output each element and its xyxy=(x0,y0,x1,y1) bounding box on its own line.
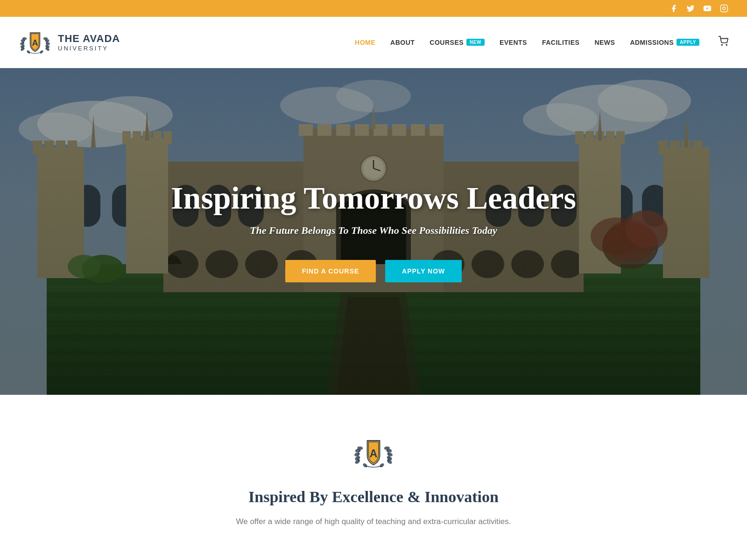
svg-point-4 xyxy=(20,42,25,45)
svg-point-115 xyxy=(363,463,367,468)
nav-courses[interactable]: COURSES NEW xyxy=(430,39,485,46)
svg-text:A: A xyxy=(32,38,38,48)
svg-point-14 xyxy=(40,50,43,54)
instagram-icon[interactable] xyxy=(720,4,728,13)
svg-point-106 xyxy=(354,452,360,457)
courses-badge: NEW xyxy=(466,39,485,46)
cart-icon[interactable] xyxy=(718,36,728,49)
svg-point-13 xyxy=(27,50,30,54)
lower-emblem: A xyxy=(19,432,728,474)
hero-section: Inspiring Tomorrows Leaders The Future B… xyxy=(0,68,747,395)
admissions-badge: APPLY xyxy=(677,39,699,46)
apply-now-button[interactable]: APPLY NOW xyxy=(385,260,462,282)
nav-about[interactable]: ABOUT xyxy=(390,39,415,46)
top-bar xyxy=(0,0,747,17)
twitter-icon[interactable] xyxy=(686,4,695,13)
hero-title: Inspiring Tomorrows Leaders xyxy=(171,181,576,216)
lower-section: A Inspired By Excellence & Innovation We… xyxy=(0,395,747,560)
svg-point-17 xyxy=(726,44,727,45)
logo-subtitle: UNIVERSITY xyxy=(58,45,120,52)
nav-events[interactable]: EVENTS xyxy=(500,39,527,46)
main-nav: HOME ABOUT COURSES NEW EVENTS FACILITIES… xyxy=(355,36,728,49)
hero-buttons: FIND A COURSE APPLY NOW xyxy=(171,260,576,282)
svg-point-9 xyxy=(46,42,50,45)
lower-text: We offer a wide range of high quality of… xyxy=(233,515,514,528)
hero-content: Inspiring Tomorrows Leaders The Future B… xyxy=(171,181,576,283)
svg-rect-1 xyxy=(721,5,728,12)
svg-point-11 xyxy=(43,37,48,40)
nav-facilities[interactable]: FACILITIES xyxy=(542,39,579,46)
facebook-icon[interactable] xyxy=(669,4,678,13)
svg-point-108 xyxy=(358,447,363,449)
nav-home[interactable]: HOME xyxy=(355,39,375,46)
hero-subtitle: The Future Belongs To Those Who See Poss… xyxy=(171,224,576,237)
svg-point-6 xyxy=(22,37,27,40)
lower-title: Inspired By Excellence & Innovation xyxy=(19,488,728,506)
logo-text: THE AVADA UNIVERSITY xyxy=(58,33,120,52)
logo[interactable]: A THE AVADA UNIVERSITY xyxy=(19,26,120,59)
logo-emblem: A xyxy=(19,26,51,59)
find-course-button[interactable]: FIND A COURSE xyxy=(285,260,376,282)
svg-text:A: A xyxy=(370,448,378,460)
nav-news[interactable]: NEWS xyxy=(594,39,615,46)
svg-point-16 xyxy=(721,44,722,45)
svg-point-113 xyxy=(384,447,389,449)
svg-point-111 xyxy=(387,452,393,457)
youtube-icon[interactable] xyxy=(703,4,712,13)
header: A THE AVADA UNIVERSITY HOME ABOUT COURSE… xyxy=(0,17,747,68)
svg-point-116 xyxy=(380,463,384,468)
nav-admissions[interactable]: ADMISSIONS APPLY xyxy=(630,39,699,46)
logo-title: THE AVADA xyxy=(58,33,120,45)
